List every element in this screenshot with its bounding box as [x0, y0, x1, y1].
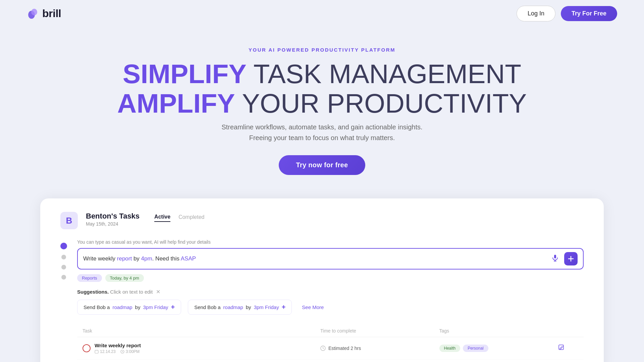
hero-title: SIMPLIFY TASK MANAGEMENT AMPLIFY YOUR PR… [13, 59, 631, 118]
hero-title-bold1: SIMPLIFY [123, 59, 247, 89]
tab-active[interactable]: Active [154, 214, 170, 222]
tag-time[interactable]: Today, by 4 pm [105, 274, 144, 282]
hero-subtitle: YOUR AI POWERED PRODUCTIVITY PLATFORM [13, 47, 631, 53]
hero-description: Streamline workflows, automate tasks, an… [13, 122, 631, 143]
input-prefix: Write weekly [83, 255, 117, 262]
task-meta: 12.14.23 3:00PM [95, 349, 141, 354]
task-date-icon: 12.14.23 [95, 349, 116, 354]
task-name: Write weekly report [95, 343, 141, 348]
dot-2 [61, 255, 66, 259]
suggestions-header: Suggestions. Click on text to edit ✕ [77, 289, 584, 295]
plus-icon [568, 255, 574, 262]
dot-1 [60, 243, 67, 249]
tag-reports[interactable]: Reports [77, 274, 102, 282]
input-mid: by [132, 255, 141, 262]
tasks-date: May 15th, 2024 [86, 221, 140, 227]
tasks-info: Benton's Tasks May 15th, 2024 [86, 212, 140, 227]
mic-button[interactable] [550, 253, 560, 265]
hero-title-rest2: YOUR PRODUCTIVITY [235, 88, 527, 118]
nav-actions: Log In Try For Free [517, 6, 617, 21]
dot-4 [61, 275, 66, 280]
logo-text: brill [42, 7, 61, 20]
logo[interactable]: brill [27, 7, 61, 20]
table-row: Write weekly report 12.14.23 3:00PM [77, 337, 584, 360]
app-body: You can type as casual as you want, AI w… [60, 239, 584, 360]
edit-col [558, 344, 578, 353]
clock-small-icon [120, 350, 124, 354]
svg-line-15 [323, 349, 324, 349]
tags-row: Reports Today, by 4 pm [77, 274, 584, 282]
suggestion-1[interactable]: Send Bob a roadmap by 3pm Friday + [77, 300, 181, 315]
task-time-meta: 3:00PM [120, 349, 140, 354]
task-name-col: Write weekly report 12.14.23 3:00PM [83, 343, 320, 354]
input-suffix: . Need this [152, 255, 181, 262]
tab-area: Active Completed [154, 214, 204, 222]
suggestions-row: Send Bob a roadmap by 3pm Friday + Send … [77, 300, 584, 315]
input-asap: ASAP [181, 255, 196, 262]
time-col: Estimated 2 hrs [320, 346, 439, 351]
task-input-row[interactable]: Write weekly report by 4pm. Need this AS… [77, 248, 584, 269]
col-time: Time to complete [320, 328, 439, 334]
add-task-button[interactable] [564, 252, 578, 265]
task-name-info: Write weekly report 12.14.23 3:00PM [95, 343, 141, 354]
suggestions-label: Suggestions. Click on text to edit [77, 289, 153, 295]
hint-text: You can type as casual as you want, AI w… [77, 239, 584, 245]
close-suggestions-button[interactable]: ✕ [156, 289, 160, 295]
hero-title-rest1: TASK MANAGEMENT [247, 59, 521, 89]
tags-col: Health Personal [439, 345, 558, 352]
col-task: Task [83, 328, 320, 334]
mic-icon [551, 254, 559, 261]
hero-cta-button[interactable]: Try now for free [279, 155, 366, 175]
calendar-icon [95, 350, 99, 354]
hero-title-bold2: AMPLIFY [117, 88, 235, 118]
login-button[interactable]: Log In [517, 6, 555, 21]
badge-health: Health [439, 345, 461, 352]
avatar: B [60, 212, 78, 229]
clock-icon [320, 346, 326, 351]
badge-personal: Personal [463, 345, 488, 352]
input-time: 4pm [141, 255, 152, 262]
task-table-header: Task Time to complete Tags [77, 325, 584, 337]
edit-task-button[interactable] [558, 346, 565, 352]
logo-icon [27, 7, 39, 19]
suggestion-2[interactable]: Send Bob a roadmap by 3pm Friday + [188, 300, 292, 315]
svg-line-12 [122, 352, 123, 352]
suggestion-2-add[interactable]: + [282, 303, 286, 311]
svg-rect-7 [95, 350, 98, 353]
task-table: Task Time to complete Tags Write weekly … [77, 325, 584, 360]
edit-icon [558, 344, 565, 351]
tab-completed[interactable]: Completed [178, 214, 204, 222]
main-content: You can type as casual as you want, AI w… [77, 239, 584, 360]
app-header: B Benton's Tasks May 15th, 2024 Active C… [60, 212, 584, 229]
try-button[interactable]: Try For Free [561, 6, 617, 21]
task-circle[interactable] [83, 344, 91, 352]
estimated-time: Estimated 2 hrs [328, 346, 361, 351]
svg-point-1 [31, 9, 37, 15]
input-keyword: report [117, 255, 132, 262]
svg-rect-2 [554, 255, 556, 258]
app-card: B Benton's Tasks May 15th, 2024 Active C… [40, 198, 604, 362]
tasks-title: Benton's Tasks [86, 212, 140, 221]
see-more-button[interactable]: See More [302, 304, 324, 310]
hero-section: YOUR AI POWERED PRODUCTIVITY PLATFORM SI… [0, 27, 644, 188]
col-tags: Tags [439, 328, 558, 334]
suggestion-1-add[interactable]: + [171, 303, 175, 311]
sidebar-dots [60, 239, 67, 360]
task-input-text: Write weekly report by 4pm. Need this AS… [83, 255, 546, 262]
dot-3 [61, 265, 66, 269]
